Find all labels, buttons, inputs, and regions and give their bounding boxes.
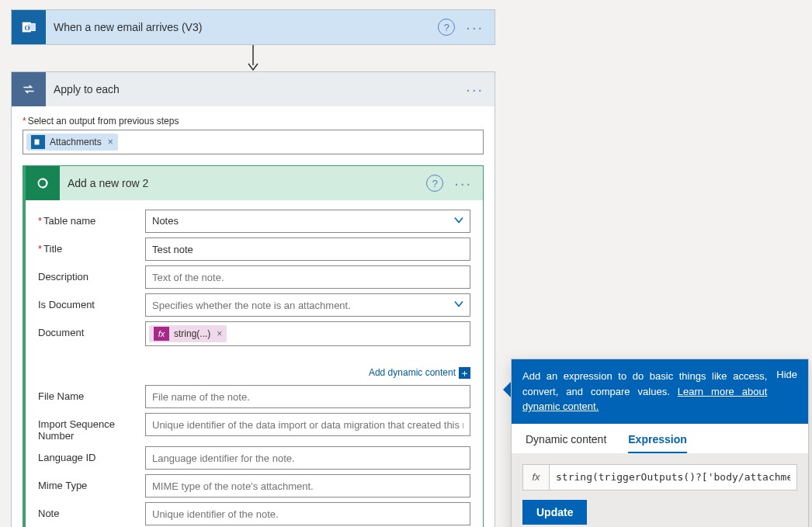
tab-expression[interactable]: Expression: [628, 433, 686, 453]
expression-tabs: Dynamic content Expression: [512, 424, 808, 453]
callout-arrow: [503, 382, 511, 397]
document-label: Document: [38, 321, 134, 338]
attachments-token[interactable]: Attachments ×: [26, 133, 118, 151]
fx-icon: fx: [523, 465, 550, 490]
expression-input[interactable]: [550, 465, 796, 490]
add-dynamic-content-link[interactable]: Add dynamic content＋: [26, 366, 470, 379]
more-menu-icon[interactable]: ···: [463, 81, 487, 99]
description-input[interactable]: [145, 265, 470, 289]
expression-panel: Add an expression to do basic things lik…: [511, 359, 809, 527]
file-name-input[interactable]: [145, 385, 470, 408]
loop-header[interactable]: Apply to each ···: [12, 72, 494, 106]
is-document-label: Is Document: [38, 293, 134, 310]
help-icon[interactable]: ?: [426, 175, 443, 192]
dataverse-icon: [26, 166, 60, 200]
file-name-label: File Name: [38, 385, 134, 402]
action-title: Add a new row 2: [68, 177, 426, 189]
mime-type-input[interactable]: [145, 474, 470, 498]
table-name-label: *Table name: [38, 210, 134, 227]
trigger-card[interactable]: O When a new email arrives (V3) ? ···: [11, 9, 495, 45]
output-from-input[interactable]: Attachments ×: [23, 130, 484, 154]
document-input[interactable]: fx string(...) ×: [145, 321, 470, 346]
tab-dynamic-content[interactable]: Dynamic content: [526, 433, 606, 453]
connector-arrow: [244, 45, 262, 71]
token-label: Attachments: [50, 137, 102, 147]
import-seq-label: Import Sequence Number: [38, 413, 134, 442]
action-header[interactable]: Add a new row 2 ? ···: [26, 166, 483, 200]
note-input[interactable]: [145, 502, 470, 525]
update-button[interactable]: Update: [522, 500, 587, 525]
help-icon[interactable]: ?: [438, 19, 455, 36]
loop-icon: [12, 72, 46, 106]
action-card: Add a new row 2 ? ··· *Table name Notes …: [23, 165, 484, 527]
language-id-label: Language ID: [38, 446, 134, 463]
hide-link[interactable]: Hide: [776, 369, 797, 414]
mime-type-label: Mime Type: [38, 474, 134, 491]
action-form-lower: File Name Import Sequence Number Languag…: [26, 385, 483, 527]
title-input[interactable]: [145, 237, 470, 261]
table-name-select[interactable]: Notes: [145, 210, 470, 233]
outlook-icon: [31, 135, 45, 149]
svg-text:O: O: [25, 24, 30, 32]
note-label: Note: [38, 502, 134, 519]
action-form: *Table name Notes *Title Description: [26, 200, 483, 363]
is-document-select[interactable]: [145, 293, 470, 317]
trigger-title: When a new email arrives (V3): [54, 21, 438, 33]
title-label: *Title: [38, 237, 134, 255]
loop-body: *Select an output from previous steps At…: [12, 106, 494, 527]
remove-token-icon[interactable]: ×: [108, 137, 113, 147]
plus-icon: ＋: [459, 367, 470, 379]
remove-token-icon[interactable]: ×: [217, 328, 222, 339]
expression-input-wrap: fx: [522, 464, 797, 491]
flow-canvas: O When a new email arrives (V3) ? ··· Ap…: [11, 9, 495, 527]
import-seq-input[interactable]: [145, 413, 470, 436]
svg-rect-4: [35, 140, 40, 145]
token-label: string(...): [174, 328, 210, 339]
loop-title: Apply to each: [54, 83, 463, 95]
language-id-input[interactable]: [145, 446, 470, 470]
fx-icon: fx: [154, 327, 169, 341]
trigger-header[interactable]: O When a new email arrives (V3) ? ···: [12, 10, 494, 44]
expression-token[interactable]: fx string(...) ×: [149, 325, 227, 342]
outlook-icon: O: [12, 10, 46, 44]
expression-banner: Add an expression to do basic things lik…: [512, 359, 808, 424]
output-label: *Select an output from previous steps: [23, 116, 484, 127]
loop-card: Apply to each ··· *Select an output from…: [11, 71, 495, 527]
more-menu-icon[interactable]: ···: [451, 175, 475, 192]
description-label: Description: [38, 265, 134, 283]
more-menu-icon[interactable]: ···: [463, 19, 487, 36]
